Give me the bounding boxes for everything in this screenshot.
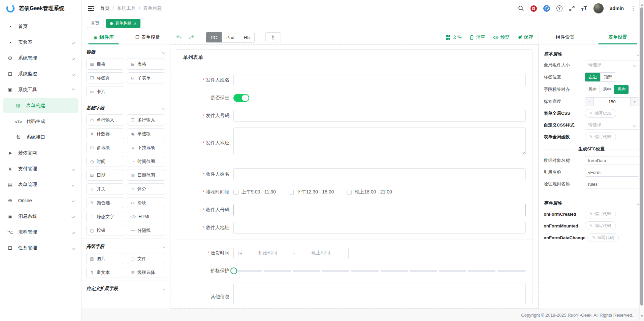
- section-header[interactable]: 高级字段: [86, 240, 165, 253]
- component-item-date[interactable]: ▤日期: [86, 170, 124, 181]
- search-icon[interactable]: [518, 5, 524, 11]
- component-item-grid[interactable]: ▦栅格: [86, 59, 124, 70]
- data-object-name-input[interactable]: [585, 156, 639, 165]
- outline-tree-button[interactable]: [265, 32, 281, 42]
- edit-onformmounted-button[interactable]: ✎ 编写代码: [585, 221, 616, 230]
- page-scrollbar[interactable]: [639, 0, 644, 321]
- checkbox-option[interactable]: 下午12:30 - 18:00: [289, 189, 334, 195]
- increment-button[interactable]: +: [630, 98, 639, 106]
- global-size-select[interactable]: 请选择: [585, 61, 639, 69]
- component-item-time-range[interactable]: ◔时间范围: [127, 156, 165, 167]
- component-item-file[interactable]: ❏文件: [127, 253, 165, 264]
- edit-onformcreated-button[interactable]: ✎ 编写代码: [585, 210, 616, 218]
- scroll-down-arrow[interactable]: [641, 315, 643, 319]
- edit-css-button[interactable]: ✎ 编写CSS: [585, 109, 616, 118]
- breadcrumb-home[interactable]: 首页: [100, 5, 109, 11]
- sidebar-item-code-gen[interactable]: </>代码生成: [3, 114, 78, 129]
- component-item-checkbox[interactable]: ☑多选项: [86, 142, 124, 153]
- redo-icon[interactable]: [188, 34, 195, 40]
- sidebar-item-lab[interactable]: ◔实验室: [3, 35, 78, 50]
- app-logo[interactable]: 若依Geek管理系统: [0, 0, 81, 17]
- component-item-color-picker[interactable]: ✎颜色选...: [86, 197, 124, 208]
- sidebar-item-form-builder[interactable]: ⊞表单构建: [3, 98, 78, 113]
- component-item-rate[interactable]: ☆评分: [127, 183, 165, 194]
- sidebar-item-system-admin[interactable]: ⚙系统管理: [3, 51, 78, 66]
- component-item-input[interactable]: ▭单行输入: [86, 114, 124, 126]
- avatar[interactable]: [593, 3, 604, 13]
- sidebar-item-system-api[interactable]: ⇅系统接口: [3, 130, 78, 145]
- component-item-radio[interactable]: ◉单选项: [127, 128, 165, 139]
- tab-component-settings[interactable]: 组件设置: [539, 30, 591, 44]
- font-size-icon[interactable]: TT: [581, 5, 587, 12]
- align-right-button[interactable]: 居右: [614, 85, 629, 94]
- decrement-button[interactable]: −: [585, 98, 594, 106]
- rules-name-input[interactable]: [585, 180, 639, 188]
- component-item-static-text[interactable]: T静态文字: [86, 211, 124, 222]
- section-header[interactable]: 容器: [86, 46, 165, 59]
- custom-css-select[interactable]: 请选择: [585, 121, 639, 130]
- text-input[interactable]: [233, 222, 526, 234]
- section-header[interactable]: 基础字段: [86, 102, 165, 114]
- component-item-button[interactable]: ▢按钮: [86, 225, 124, 236]
- align-left-button[interactable]: 居左: [585, 85, 600, 94]
- sidebar-item-tasks[interactable]: ⊟任务管理: [3, 241, 78, 255]
- component-item-time[interactable]: ◷时间: [86, 156, 124, 167]
- component-item-html[interactable]: </>HTML: [127, 211, 165, 222]
- breadcrumb-form-builder[interactable]: 表单构建: [143, 5, 162, 11]
- scrollbar-thumb[interactable]: [640, 7, 643, 306]
- checkbox-option[interactable]: 上午9:00 - 11:30: [233, 189, 276, 195]
- edit-onformdatachange-button[interactable]: ✎ 编写代码: [587, 233, 619, 242]
- close-icon[interactable]: ×: [134, 21, 136, 26]
- edit-function-button[interactable]: ✎ 编写代码: [585, 133, 616, 141]
- more-menu-icon[interactable]: ⋮: [630, 5, 636, 12]
- clear-button[interactable]: 清空: [469, 34, 485, 40]
- slider-handle[interactable]: [230, 268, 237, 274]
- sidebar-item-workflow[interactable]: ⌥流程管理: [3, 225, 78, 240]
- text-input[interactable]: [233, 204, 526, 216]
- text-input[interactable]: [233, 74, 526, 86]
- tab-component-library[interactable]: ▣ 组件库: [82, 30, 126, 44]
- sidebar-item-home[interactable]: ◔首页: [3, 19, 78, 34]
- label-position-top-button[interactable]: 顶部: [600, 73, 616, 81]
- tag-item[interactable]: 首页: [87, 19, 103, 28]
- component-item-textarea[interactable]: ❐多行输入: [127, 114, 165, 126]
- breadcrumb-system-tools[interactable]: 系统工具: [117, 5, 136, 11]
- component-item-switch[interactable]: ⊙开关: [86, 183, 124, 194]
- tab-form-settings[interactable]: 表单设置: [591, 30, 644, 44]
- component-item-rich-text[interactable]: ¶富文本: [86, 267, 124, 278]
- time-range-picker[interactable]: ◷起始时间-截止时间: [233, 247, 349, 259]
- ref-name-input[interactable]: [585, 168, 639, 177]
- text-input[interactable]: [233, 168, 526, 180]
- textarea-input[interactable]: [233, 128, 526, 155]
- toggle-switch[interactable]: [233, 94, 249, 102]
- component-item-slider[interactable]: ⊶滑块: [127, 197, 165, 208]
- component-item-card[interactable]: ▭卡片: [86, 86, 124, 97]
- align-center-button[interactable]: 居中: [600, 85, 614, 94]
- component-item-cascader[interactable]: ≣级联选择: [127, 267, 165, 278]
- sidebar-item-online[interactable]: ⊕Online: [3, 193, 78, 208]
- sidebar-item-system-monitor[interactable]: ⊡系统监控: [3, 67, 78, 81]
- component-item-image[interactable]: ▧图片: [86, 253, 124, 264]
- device-pc-button[interactable]: PC: [206, 32, 222, 42]
- basic-properties-header[interactable]: 基本属性: [544, 48, 639, 61]
- component-item-divider[interactable]: —分隔线: [127, 225, 165, 236]
- section-header[interactable]: 自定义扩展字段: [86, 282, 165, 295]
- fullscreen-icon[interactable]: [569, 5, 575, 11]
- text-input[interactable]: [233, 110, 526, 122]
- help-icon[interactable]: ?: [556, 5, 562, 11]
- form-drop-area[interactable]: 单列表单 *发件人姓名是否保密*发件人号码*发件人地址*收件人姓名*接收时间段上…: [170, 44, 539, 309]
- component-item-table[interactable]: ⊞表格: [127, 59, 165, 70]
- textarea-input[interactable]: [233, 283, 526, 304]
- sidebar-item-payment[interactable]: ¥支付管理: [3, 162, 78, 176]
- scroll-up-arrow[interactable]: [641, 2, 643, 6]
- github-icon[interactable]: [543, 5, 550, 12]
- label-width-value[interactable]: 150: [594, 98, 630, 106]
- tab-form-templates[interactable]: ❐ 表单模板: [126, 30, 170, 44]
- sidebar-item-form-mgmt[interactable]: ▤表单管理: [3, 177, 78, 192]
- component-item-date-range[interactable]: ▥日期范围: [127, 170, 165, 181]
- sidebar-item-ruoyi-site[interactable]: ➤若依官网: [3, 146, 78, 160]
- component-item-counter[interactable]: #计数器: [86, 128, 124, 139]
- event-properties-header[interactable]: 事件属性: [544, 197, 639, 210]
- component-item-tabs[interactable]: ❐标签页: [86, 72, 124, 83]
- sidebar-item-message[interactable]: ◙消息系统: [3, 209, 78, 224]
